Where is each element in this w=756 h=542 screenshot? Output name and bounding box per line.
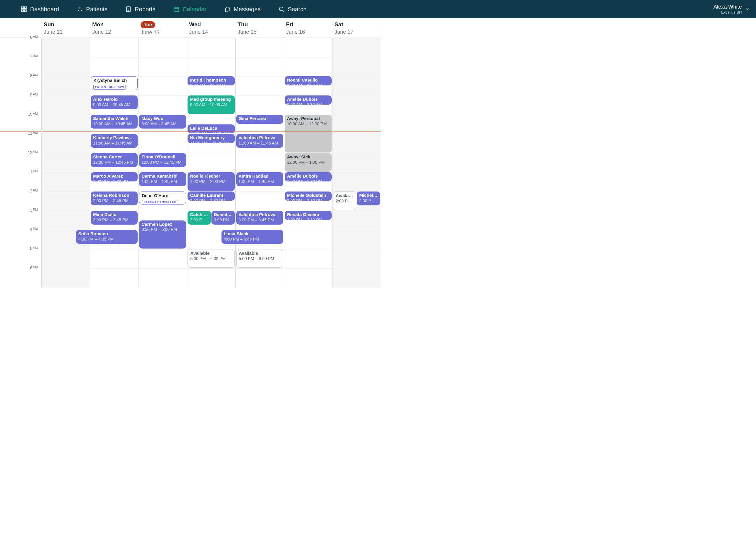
day-column[interactable]: Macy Woo8:00 AM – 8:45 AMFiona O'Donnell… xyxy=(138,38,187,288)
event-title: Noemi Castillo xyxy=(287,77,329,83)
calendar-event[interactable]: Away: Personal10:00 AM – 12:00 PM xyxy=(285,115,332,152)
event-title: Nia Montgomery xyxy=(190,135,232,141)
chevron-down-icon xyxy=(745,6,750,12)
event-title: Away: Personal xyxy=(287,116,329,121)
nav-messages[interactable]: Messages xyxy=(224,6,260,13)
calendar-event[interactable]: Keisha Robinson2:00 PM – 2:45 PM xyxy=(91,191,138,205)
event-title: Krystyna Balich xyxy=(93,78,135,83)
event-time: 12:00 PM – 1:00 PM xyxy=(287,160,329,165)
event-time: 1:00 PM – 2:00 PM xyxy=(190,179,232,184)
event-status-badge: PATIENT NO-SHOW xyxy=(93,85,126,90)
event-title: Amélie Dubois xyxy=(287,173,329,179)
calendar-event[interactable]: Lucia Black4:00 PM – 4:45 PM xyxy=(221,230,283,244)
calendar-event[interactable]: Noelle Fischer1:00 PM – 2:00 PM xyxy=(188,172,234,191)
svg-line-14 xyxy=(283,10,284,12)
event-status-badge: PATIENT CANCELLED xyxy=(142,200,178,204)
day-column[interactable]: Available2:00 PM – 6Michelle G2:00 PM – xyxy=(332,38,381,288)
calendar-event[interactable]: Available5:00 PM – 6:00 PM xyxy=(236,249,283,268)
calendar-event[interactable]: Carmen Lopez3:30 PM – 5:00 PM xyxy=(139,220,186,249)
user-menu[interactable]: Alexa White Excellus BH xyxy=(713,4,750,14)
svg-point-13 xyxy=(279,7,283,11)
calendar-event[interactable]: Mina Diallo3:00 PM – 3:45 PM xyxy=(91,211,138,224)
event-time: 8:00 AM – 8:30 AM xyxy=(287,83,329,85)
hour-label: 7AM xyxy=(30,54,38,59)
day-column[interactable]: Noemi Castillo8:00 AM – 8:30 AMAmélie Du… xyxy=(284,38,332,288)
calendar-event[interactable]: Samantha Walsh10:00 AM – 10:45 AM xyxy=(91,115,138,128)
day-column[interactable]: Ingrid Thompson8:00 AM – 8:30 AMMed grou… xyxy=(187,38,235,288)
calendar-event[interactable]: Nia Montgomery11:00 AM – 11:30 AM xyxy=(188,134,234,143)
calendar-event[interactable]: Macy Woo8:00 AM – 8:45 AM xyxy=(139,115,186,128)
day-column[interactable] xyxy=(41,38,90,288)
svg-rect-1 xyxy=(25,7,26,9)
day-column[interactable]: Gina FerranoValentina Petrova11:00 AM – … xyxy=(235,38,284,288)
calendar-event[interactable]: Available2:00 PM – 6 xyxy=(333,191,356,210)
event-time: 9:00 AM – 9:30 AM xyxy=(287,102,329,105)
calendar-event[interactable]: Noemi Castillo8:00 AM – 8:30 AM xyxy=(285,76,332,85)
calendar-event[interactable]: Kimberly Pawlowski11:00 AM – 11:45 AM xyxy=(91,134,138,148)
event-time: 2:00 PM – 2:30 PM xyxy=(287,198,329,201)
event-time: 4:00 PM – 4:45 PM xyxy=(224,237,281,242)
calendar-event[interactable]: Darma Kamakshi1:00 PM – 1:45 PM xyxy=(139,172,186,186)
nav-patients[interactable]: Patients xyxy=(77,6,107,13)
event-time: 2:00 PM – 2:45 PM xyxy=(93,198,135,203)
event-time: 10:00 AM – 10:45 AM xyxy=(93,121,135,127)
event-time: 2:00 PM – 2:30 PM xyxy=(190,198,232,201)
calendar-event[interactable]: Marco Alvarez1:00 PM – 1:30 PM xyxy=(91,172,138,181)
event-title: Valentina Petrova xyxy=(239,135,281,141)
event-title: Keisha Robinson xyxy=(93,193,135,198)
calendar-event[interactable]: Michelle Goldstein2:00 PM – 2:30 PM xyxy=(285,191,332,201)
event-title: Med group meeting xyxy=(190,97,232,102)
now-indicator xyxy=(42,131,90,132)
event-title: Alex Harold xyxy=(93,97,135,102)
calendar-event[interactable]: Sienna Carter12:00 PM – 12:45 PM xyxy=(91,153,138,167)
event-title: Catch up w draft… xyxy=(190,212,208,217)
nav-dashboard[interactable]: Dashboard xyxy=(21,6,59,13)
day-header: SunJune 11 xyxy=(41,18,90,38)
nav-reports[interactable]: Reports xyxy=(125,6,155,13)
event-title: Sofia Romano xyxy=(78,231,135,237)
calendar-event[interactable]: Available5:00 PM – 6:00 PM xyxy=(188,249,234,268)
calendar-event[interactable]: Sofia Romano4:00 PM – 4:45 PM xyxy=(76,230,138,244)
calendar-event[interactable]: Dean O'HarePATIENT CANCELLED10:00 AM – 1… xyxy=(139,191,186,204)
event-time: 3:00 PM – 3:45 PM xyxy=(93,217,135,223)
calendar-event[interactable]: Alex Harold9:00 AM – 09:45 AM xyxy=(91,95,138,109)
event-title: Amélie Dubois xyxy=(287,97,329,102)
calendar-event[interactable]: Danielle Fernan…3:00 PM - xyxy=(211,211,235,224)
calendar-event[interactable]: Gina Ferrano xyxy=(236,115,283,124)
hour-label: 11AM xyxy=(28,131,38,136)
event-time: 3:30 PM – 5:00 PM xyxy=(141,227,184,232)
calendar-event[interactable]: Amélie Dubois9:00 AM – 9:30 AM xyxy=(285,95,332,105)
event-time: 8:00 AM – 8:30 AM xyxy=(190,83,232,85)
user-icon xyxy=(77,6,83,12)
event-time: 11:00 AM – 11:45 AM xyxy=(93,141,135,146)
calendar-event[interactable]: Fiona O'Donnell12:00 PM – 12:45 PM xyxy=(139,153,186,167)
calendar-event[interactable]: Camille Laurent2:00 PM – 2:30 PM xyxy=(188,191,234,201)
event-time: 9:00 AM – 09:45 AM xyxy=(93,102,135,108)
event-time: 4:00 PM – 4:45 PM xyxy=(78,237,135,242)
calendar-event[interactable]: Renata Oliveira3:00 PM – 3:30 PM xyxy=(285,211,332,220)
event-title: Away: Sick xyxy=(287,154,329,160)
event-title: Danielle Fernan… xyxy=(214,212,232,217)
calendar-event[interactable]: Krystyna BalichPATIENT NO-SHOW10:00 AM –… xyxy=(91,76,138,90)
calendar-event[interactable]: Leila DeLuca10:30 AM – 11:00 AM xyxy=(188,124,234,133)
event-title: Carmen Lopez xyxy=(141,222,184,227)
calendar-event[interactable]: Ingrid Thompson8:00 AM – 8:30 AM xyxy=(188,76,234,85)
event-time: 3:00 PM - xyxy=(214,217,232,223)
event-title: Fiona O'Donnell xyxy=(141,154,184,160)
calendar-event[interactable]: Away: Sick12:00 PM – 1:00 PM xyxy=(285,153,332,172)
calendar-event[interactable]: Amélie Dubois1:00 PM – 1:30 PM xyxy=(285,172,332,181)
nav-label: Patients xyxy=(86,6,107,13)
event-title: Leila DeLuca xyxy=(190,126,232,131)
nav-calendar[interactable]: Calendar xyxy=(173,6,206,13)
event-time: 12:00 PM – 12:45 PM xyxy=(141,160,184,165)
calendar-event[interactable]: Amira Haddad1:00 PM – 1:45 PM xyxy=(236,172,283,186)
calendar-event[interactable]: Valentina Petrova3:00 PM – 3:45 PM xyxy=(236,211,283,224)
calendar-event[interactable]: Valentina Petrova11:00 AM – 11:45 AM xyxy=(236,134,283,148)
calendar-event[interactable]: Michelle G2:00 PM – xyxy=(357,191,380,205)
calendar-event[interactable]: Med group meeting9:00 AM – 10:00 AM xyxy=(188,95,234,114)
nav-search[interactable]: Search xyxy=(278,6,306,13)
day-column[interactable]: Krystyna BalichPATIENT NO-SHOW10:00 AM –… xyxy=(90,38,138,288)
calendar-event[interactable]: Catch up w draft…3:00 PM - 4:00 PM xyxy=(188,211,211,224)
event-time: 1:00 PM – 1:45 PM xyxy=(141,179,184,184)
now-indicator xyxy=(333,131,381,132)
